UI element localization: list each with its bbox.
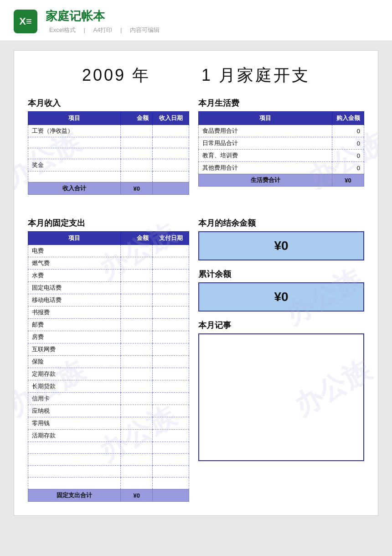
fixed-amount xyxy=(121,380,153,393)
fixed-amount xyxy=(121,405,153,417)
fixed-date xyxy=(153,245,189,257)
fixed-amount xyxy=(121,319,153,331)
fixed-date xyxy=(153,393,189,405)
living-amount: 0 xyxy=(332,162,364,174)
excel-icon: X≡ xyxy=(14,10,37,33)
fixed-date xyxy=(153,478,189,489)
fixed-amount xyxy=(121,478,153,489)
income-amount xyxy=(121,148,153,159)
living-section: 本月生活费 项目 购入金额 食品费用合计 0 日常用品合计 0 教育、培训费 0… xyxy=(198,98,364,195)
memo-box[interactable] xyxy=(198,333,364,461)
living-item: 日常用品合计 xyxy=(199,137,332,150)
living-row: 日常用品合计 0 xyxy=(199,137,364,150)
fixed-item: 互联网费 xyxy=(28,343,121,356)
fixed-date xyxy=(153,368,189,380)
fixed-total-value: ¥0 xyxy=(121,489,153,502)
fixed-date xyxy=(153,466,189,478)
fixed-row: 邮费 xyxy=(28,319,189,331)
income-total-value: ¥0 xyxy=(121,182,153,195)
income-col-date: 收入日期 xyxy=(153,112,189,125)
fixed-amount xyxy=(121,245,153,257)
income-row: 工资（净收益） xyxy=(28,125,189,137)
living-col-item: 项目 xyxy=(199,112,332,125)
fixed-date xyxy=(153,454,189,466)
fixed-row: 固定电话费 xyxy=(28,282,189,294)
fixed-row: 长期贷款 xyxy=(28,380,189,393)
fixed-item: 零用钱 xyxy=(28,417,121,430)
living-amount: 0 xyxy=(332,137,364,150)
fixed-amount xyxy=(121,454,153,466)
fixed-row: 保险 xyxy=(28,356,189,368)
income-amount xyxy=(121,125,153,137)
fixed-row: 应纳税 xyxy=(28,405,189,417)
living-amount: 0 xyxy=(332,125,364,137)
fixed-title: 本月的固定支出 xyxy=(28,218,189,229)
fixed-row: 书报费 xyxy=(28,307,189,319)
living-total-value: ¥0 xyxy=(332,174,364,187)
income-item xyxy=(28,171,121,182)
living-row: 其他费用合计 0 xyxy=(199,162,364,174)
fixed-row: 移动电话费 xyxy=(28,294,189,307)
income-title: 本月收入 xyxy=(28,98,189,109)
fixed-row: 信用卡 xyxy=(28,393,189,405)
fixed-row xyxy=(28,442,189,454)
income-col-amount: 金额 xyxy=(121,112,153,125)
fixed-date xyxy=(153,307,189,319)
fixed-date xyxy=(153,356,189,368)
app-subtitle: Excel格式 | A4打印 | 内容可编辑 xyxy=(46,26,163,34)
income-col-item: 项目 xyxy=(28,112,121,125)
fixed-date xyxy=(153,270,189,282)
income-amount xyxy=(121,159,153,171)
fixed-amount xyxy=(121,356,153,368)
income-row xyxy=(28,148,189,159)
fixed-amount xyxy=(121,282,153,294)
fixed-total-label: 固定支出合计 xyxy=(28,489,121,502)
income-row xyxy=(28,171,189,182)
fixed-item: 燃气费 xyxy=(28,257,121,270)
living-row: 食品费用合计 0 xyxy=(199,125,364,137)
fixed-date xyxy=(153,442,189,454)
fixed-row xyxy=(28,478,189,489)
fixed-item: 长期贷款 xyxy=(28,380,121,393)
fixed-item: 邮费 xyxy=(28,319,121,331)
income-date xyxy=(153,137,189,148)
fixed-date xyxy=(153,319,189,331)
header-text: 家庭记帐本 Excel格式 | A4打印 | 内容可编辑 xyxy=(46,8,163,34)
bottom-section: 本月的固定支出 项目 金额 支付日期 电费 燃气费 水费 xyxy=(28,218,364,502)
fixed-col-amount: 金额 xyxy=(121,232,153,245)
fixed-row: 电费 xyxy=(28,245,189,257)
fixed-date xyxy=(153,294,189,307)
income-date xyxy=(153,159,189,171)
income-date xyxy=(153,148,189,159)
living-row: 教育、培训费 0 xyxy=(199,150,364,162)
fixed-col-date: 支付日期 xyxy=(153,232,189,245)
fixed-amount xyxy=(121,331,153,343)
fixed-item xyxy=(28,466,121,478)
fixed-row: 燃气费 xyxy=(28,257,189,270)
fixed-item: 书报费 xyxy=(28,307,121,319)
fixed-item xyxy=(28,442,121,454)
income-total-label: 收入合计 xyxy=(28,182,121,195)
fixed-date xyxy=(153,380,189,393)
fixed-item xyxy=(28,478,121,489)
fixed-table: 项目 金额 支付日期 电费 燃气费 水费 固定电话费 移动电话费 xyxy=(28,231,189,502)
fixed-date xyxy=(153,417,189,430)
fixed-date xyxy=(153,405,189,417)
fixed-row xyxy=(28,454,189,466)
income-item: 工资（净收益） xyxy=(28,125,121,137)
fixed-date xyxy=(153,257,189,270)
living-item: 教育、培训费 xyxy=(199,150,332,162)
fixed-item: 固定电话费 xyxy=(28,282,121,294)
fixed-item xyxy=(28,454,121,466)
fixed-item: 定期存款 xyxy=(28,368,121,380)
fixed-date xyxy=(153,343,189,356)
fixed-amount xyxy=(121,270,153,282)
living-table: 项目 购入金额 食品费用合计 0 日常用品合计 0 教育、培训费 0 其他费用合… xyxy=(198,111,364,187)
fixed-amount xyxy=(121,257,153,270)
fixed-row xyxy=(28,466,189,478)
fixed-item: 房费 xyxy=(28,331,121,343)
fixed-section: 本月的固定支出 项目 金额 支付日期 电费 燃气费 水费 xyxy=(28,218,189,502)
living-item: 其他费用合计 xyxy=(199,162,332,174)
right-section: 本月的结余金额 ¥0 累计余额 ¥0 本月记事 xyxy=(198,218,364,502)
fixed-row: 活期存款 xyxy=(28,430,189,442)
